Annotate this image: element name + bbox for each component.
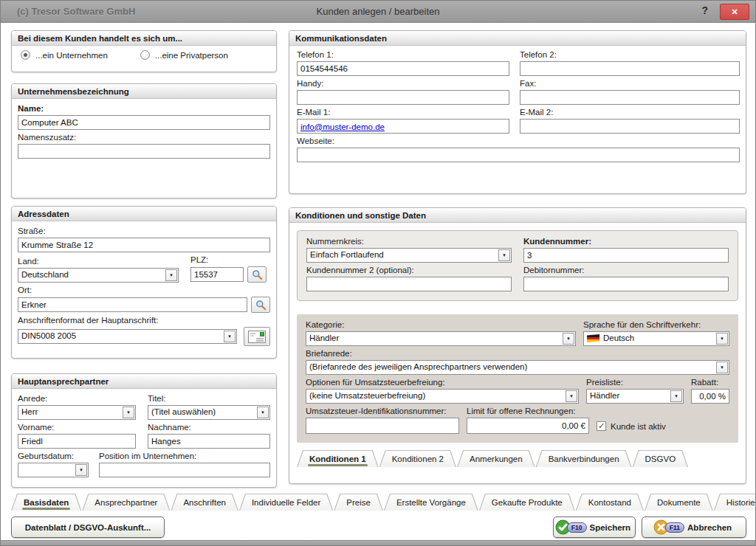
radio-icon[interactable] bbox=[21, 50, 30, 60]
number-range-select[interactable]: Einfach Fortlaufend ▼ bbox=[306, 248, 512, 263]
title-select[interactable]: (Titel auswählen) ▼ bbox=[148, 405, 270, 420]
address-format-select[interactable]: DIN5008 2005 ▼ bbox=[18, 329, 237, 344]
customer-active-checkbox-row[interactable]: ✓ Kunde ist aktiv bbox=[597, 421, 729, 431]
dropdown-arrow-icon[interactable]: ▼ bbox=[670, 390, 682, 402]
tab-historie[interactable]: Historie bbox=[714, 494, 756, 511]
close-button[interactable]: ✕ bbox=[720, 4, 749, 20]
fax-input[interactable] bbox=[520, 90, 740, 105]
category-select[interactable]: Händler ▼ bbox=[306, 331, 576, 346]
plz-search-button[interactable] bbox=[247, 266, 267, 283]
salutation-label: Anrede: bbox=[18, 394, 136, 403]
discount-input[interactable] bbox=[691, 389, 729, 404]
tab-dokumente[interactable]: Dokumente bbox=[645, 494, 713, 511]
country-select[interactable]: Deutschland ▼ bbox=[18, 268, 179, 283]
phone2-label: Telefon 2: bbox=[520, 50, 740, 59]
tab-individuelle-felder[interactable]: Individuelle Felder bbox=[239, 494, 333, 511]
dialog-title: Kunden anlegen / bearbeiten bbox=[317, 6, 440, 17]
website-input[interactable] bbox=[297, 148, 740, 162]
country-label: Land: bbox=[18, 257, 179, 266]
customer-number2-input[interactable] bbox=[306, 277, 512, 291]
vat-id-input[interactable] bbox=[306, 418, 459, 434]
salutation-select[interactable]: Herr ▼ bbox=[18, 405, 136, 420]
company-group: Unternehmensbezeichnung Name: Namenszusa… bbox=[11, 83, 277, 198]
tab-dsgvo[interactable]: DSGVO bbox=[633, 450, 689, 467]
email1-field[interactable]: info@muster-demo.de bbox=[297, 119, 509, 134]
tab-basisdaten[interactable]: Basisdaten bbox=[11, 494, 81, 511]
dropdown-arrow-icon[interactable]: ▼ bbox=[257, 407, 269, 418]
dropdown-arrow-icon[interactable]: ▼ bbox=[716, 362, 728, 373]
street-input[interactable] bbox=[18, 238, 270, 252]
lastname-input[interactable] bbox=[148, 434, 270, 449]
phone1-label: Telefon 1: bbox=[297, 50, 509, 59]
german-flag-icon bbox=[587, 334, 599, 342]
vat-id-label: Umsatzsteuer-Identifikationsnummer: bbox=[306, 407, 459, 415]
letter-salutation-select[interactable]: (Briefanrede des jeweiligen Ansprechpart… bbox=[306, 360, 729, 375]
tab-kontostand[interactable]: Kontostand bbox=[576, 494, 644, 511]
email2-input[interactable] bbox=[520, 119, 740, 134]
city-input[interactable] bbox=[18, 297, 247, 312]
f10-badge: F10 bbox=[567, 522, 587, 533]
debitor-number-input[interactable] bbox=[523, 277, 729, 291]
street-label: Straße: bbox=[18, 227, 270, 235]
tab-ansprechpartner[interactable]: Ansprechpartner bbox=[82, 494, 170, 511]
radio-icon[interactable] bbox=[140, 50, 150, 60]
language-select[interactable]: Deutsch ▼ bbox=[583, 331, 729, 346]
title-label: Titel: bbox=[148, 394, 270, 403]
communication-group: Kommunikationsdaten Telefon 1: Telefon 2… bbox=[289, 30, 746, 194]
tab-erstellte-vorgaenge[interactable]: Erstellte Vorgänge bbox=[384, 494, 478, 511]
conditions-tabbar: Konditionen 1 Konditionen 2 Anmerkungen … bbox=[297, 450, 746, 467]
tab-gekaufte-produkte[interactable]: Gekaufte Produkte bbox=[479, 494, 575, 511]
f11-badge: F11 bbox=[665, 522, 684, 533]
address-preview-button[interactable] bbox=[244, 327, 270, 346]
plz-label: PLZ: bbox=[190, 255, 270, 264]
dropdown-arrow-icon[interactable]: ▼ bbox=[498, 249, 510, 261]
dropdown-arrow-icon[interactable]: ▼ bbox=[165, 269, 177, 281]
datasheet-dsgvo-button[interactable]: Datenblatt / DSGVO-Auskunft... bbox=[11, 516, 165, 538]
radio-company[interactable]: ...ein Unternehmen bbox=[21, 50, 108, 60]
dropdown-arrow-icon[interactable]: ▼ bbox=[224, 331, 236, 342]
website-label: Webseite: bbox=[297, 136, 740, 145]
cancel-button[interactable]: F11 Abbrechen bbox=[642, 516, 746, 538]
dropdown-arrow-icon[interactable]: ▼ bbox=[123, 407, 134, 418]
email1-link[interactable]: info@muster-demo.de bbox=[300, 122, 385, 131]
name-suffix-input[interactable] bbox=[18, 144, 270, 159]
city-search-button[interactable] bbox=[251, 297, 270, 313]
birthdate-label: Geburtsdatum: bbox=[18, 452, 89, 460]
save-button[interactable]: F10 Speichern bbox=[553, 516, 636, 538]
tab-anmerkungen[interactable]: Anmerkungen bbox=[457, 450, 535, 467]
dropdown-arrow-icon[interactable]: ▼ bbox=[716, 333, 728, 345]
vat-exempt-select[interactable]: (keine Umsatzsteuerbefreiung) ▼ bbox=[306, 389, 579, 404]
company-name-input[interactable] bbox=[18, 115, 270, 130]
company-name-label: Name: bbox=[18, 104, 270, 113]
dropdown-arrow-icon[interactable]: ▼ bbox=[563, 333, 574, 345]
language-label: Sprache für den Schriftverkehr: bbox=[583, 320, 729, 329]
customer-number-label: Kundennummer: bbox=[523, 237, 729, 246]
customer-active-label: Kunde ist aktiv bbox=[611, 422, 666, 431]
phone1-input[interactable] bbox=[297, 61, 509, 76]
birthdate-select[interactable]: ▼ bbox=[18, 463, 89, 477]
tab-preise[interactable]: Preise bbox=[334, 494, 383, 511]
main-contact-group: Hauptansprechpartner Anrede: Herr ▼ Tite… bbox=[11, 373, 277, 488]
plz-input[interactable] bbox=[190, 267, 244, 282]
main-tabbar: Basisdaten Ansprechpartner Anschriften I… bbox=[11, 494, 756, 511]
credit-limit-input[interactable] bbox=[467, 418, 589, 434]
position-input[interactable] bbox=[99, 463, 270, 477]
tab-bankverbindungen[interactable]: Bankverbindungen bbox=[536, 450, 632, 467]
help-button[interactable]: ? bbox=[701, 4, 708, 16]
tab-anschriften[interactable]: Anschriften bbox=[171, 494, 238, 511]
search-icon bbox=[252, 269, 263, 280]
dropdown-arrow-icon[interactable]: ▼ bbox=[75, 464, 87, 476]
tab-konditionen-2[interactable]: Konditionen 2 bbox=[379, 450, 456, 467]
letter-salutation-label: Briefanrede: bbox=[306, 349, 729, 358]
mobile-input[interactable] bbox=[297, 90, 509, 105]
firstname-input[interactable] bbox=[18, 434, 136, 449]
checkbox-icon[interactable]: ✓ bbox=[597, 421, 606, 431]
conditions-panel: Kategorie: Händler ▼ Sprache für den Sch… bbox=[297, 314, 738, 443]
phone2-input[interactable] bbox=[520, 61, 740, 76]
pricelist-select[interactable]: Händler ▼ bbox=[586, 389, 684, 404]
category-label: Kategorie: bbox=[306, 320, 576, 329]
radio-private-person[interactable]: ...eine Privatperson bbox=[140, 50, 228, 60]
tab-konditionen-1[interactable]: Konditionen 1 bbox=[297, 450, 379, 467]
dropdown-arrow-icon[interactable]: ▼ bbox=[566, 390, 577, 402]
customer-number-input[interactable] bbox=[523, 248, 729, 263]
